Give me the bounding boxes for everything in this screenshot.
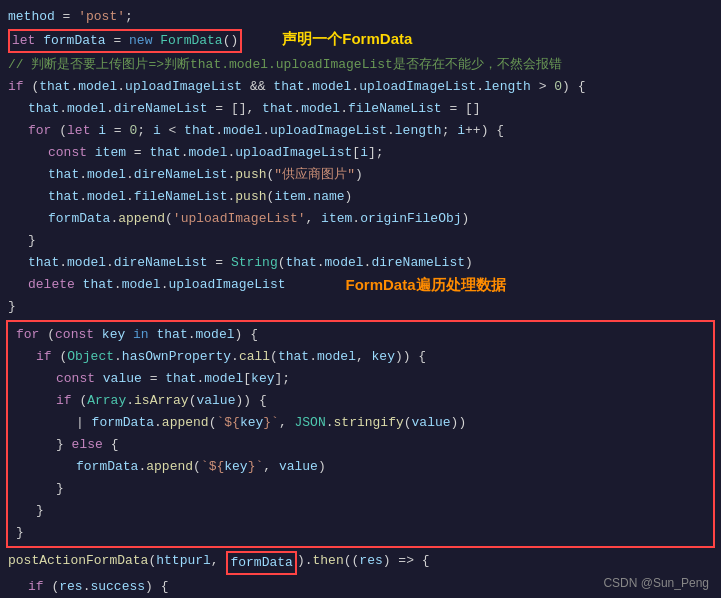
code-line-15: for (const key in that.model) { — [8, 324, 713, 346]
code-line-6: for (let i = 0; i < that.model.uploadIma… — [0, 120, 721, 142]
inline-formdata: formData — [230, 555, 292, 570]
code-line-8: that.model.direNameList.push("供应商图片") — [0, 164, 721, 186]
code-line-22: } — [8, 478, 713, 500]
code-line-24: } — [8, 522, 713, 544]
annotation-formdata: 声明一个FormData — [282, 29, 412, 49]
code-line-4: if (that.model.uploadImageList && that.m… — [0, 76, 721, 98]
code-line-23: } — [8, 500, 713, 522]
code-line-12: that.model.direNameList = String(that.mo… — [0, 252, 721, 274]
code-line-10: formData.append('uploadImageList', item.… — [0, 208, 721, 230]
annotation-formdata-loop: FormData遍历处理数据 — [346, 275, 506, 295]
code-editor: method = 'post'; let formData = new Form… — [0, 0, 721, 598]
token: let — [12, 31, 43, 51]
token: new — [129, 31, 160, 51]
code-line-21: formData.append(`${key}`, value) — [8, 456, 713, 478]
token: FormData — [160, 31, 222, 51]
code-line-5: that.model.direNameList = [], that.model… — [0, 98, 721, 120]
code-line-13: delete that.model.uploadImageList FormDa… — [0, 274, 721, 296]
code-line-17: const value = that.model[key]; — [8, 368, 713, 390]
token: method — [8, 7, 55, 27]
watermark: CSDN @Sun_Peng — [603, 576, 709, 590]
code-line-20: } else { — [8, 434, 713, 456]
code-line-7: const item = that.model.uploadImageList[… — [0, 142, 721, 164]
code-line-25: postActionFormData(httpurl, formData).th… — [0, 550, 721, 576]
code-line-19: | formData.append(`${key}`, JSON.stringi… — [8, 412, 713, 434]
token: // 判断是否要上传图片=>判断that.model.uploadImageLi… — [8, 55, 562, 75]
code-line-14: } — [0, 296, 721, 318]
code-line-3: // 判断是否要上传图片=>判断that.model.uploadImageLi… — [0, 54, 721, 76]
code-line-1: method = 'post'; — [0, 6, 721, 28]
code-line-2: let formData = new FormData() 声明一个FormDa… — [0, 28, 721, 54]
code-line-9: that.model.fileNameList.push(item.name) — [0, 186, 721, 208]
code-line-11: } — [0, 230, 721, 252]
for-loop-section: for (const key in that.model) { if (Obje… — [6, 320, 715, 548]
code-line-18: if (Array.isArray(value)) { — [8, 390, 713, 412]
code-line-16: if (Object.hasOwnProperty.call(that.mode… — [8, 346, 713, 368]
token: formData — [43, 31, 105, 51]
